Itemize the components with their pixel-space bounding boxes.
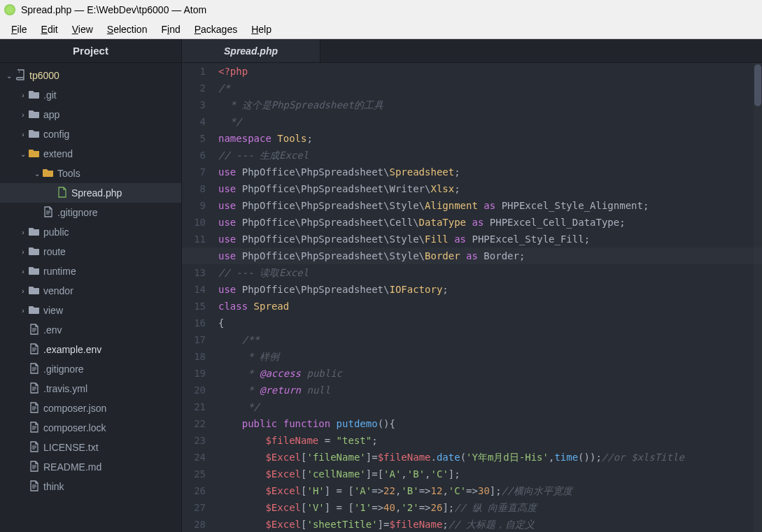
tree-item[interactable]: README.md: [0, 457, 181, 477]
line-number: 16: [182, 315, 206, 331]
line-number: 3: [182, 96, 206, 113]
code-line[interactable]: use PhpOffice\PhpSpreadsheet\Spreadsheet…: [218, 164, 762, 180]
tree-root[interactable]: ⌄tp6000: [0, 66, 181, 85]
code-line[interactable]: public function putdemo(){: [218, 415, 762, 432]
chevron-right-icon: ›: [18, 248, 28, 256]
code-line[interactable]: /**: [218, 331, 762, 348]
tree-item[interactable]: Spread.php: [0, 183, 181, 203]
tree-item[interactable]: ›runtime: [0, 261, 181, 281]
file-code-icon: [56, 187, 69, 200]
line-number: 1: [182, 63, 206, 80]
code-line[interactable]: use PhpOffice\PhpSpreadsheet\IOFactory;: [218, 281, 762, 298]
tree-item-label: view: [43, 305, 63, 316]
code-line[interactable]: class Spread: [218, 298, 762, 315]
tree-item[interactable]: ›config: [0, 124, 181, 144]
line-number: 5: [182, 130, 206, 147]
line-number: 17: [182, 331, 206, 348]
tree-item-label: app: [43, 109, 59, 120]
line-number: 28: [182, 516, 206, 532]
tree-item-label: .git: [43, 89, 57, 101]
code-line[interactable]: <?php: [218, 63, 762, 80]
tree-item[interactable]: composer.json: [0, 398, 181, 418]
tree-item[interactable]: think: [0, 477, 181, 496]
tree-item-label: vendor: [43, 285, 73, 296]
folder-icon: [28, 266, 41, 278]
tree-item[interactable]: ›app: [0, 105, 181, 124]
code-line[interactable]: use PhpOffice\PhpSpreadsheet\Style\Borde…: [218, 247, 762, 264]
code-line[interactable]: namespace Tools;: [218, 130, 762, 147]
tree-item[interactable]: ›view: [0, 301, 181, 320]
file-icon: [28, 363, 41, 376]
code-line[interactable]: // --- 生成Excel: [218, 147, 762, 164]
tree-item[interactable]: ›route: [0, 242, 181, 261]
menu-file[interactable]: File: [4, 22, 34, 36]
code-line[interactable]: * 样例: [218, 348, 762, 365]
menu-edit[interactable]: Edit: [34, 22, 65, 36]
tree-item[interactable]: ›.git: [0, 85, 181, 105]
tree-item[interactable]: .example.env: [0, 340, 181, 359]
file-icon: [28, 441, 41, 454]
menu-help[interactable]: Help: [244, 22, 278, 36]
code-line[interactable]: use PhpOffice\PhpSpreadsheet\Style\Fill …: [218, 231, 762, 247]
code-line[interactable]: $Excel['V'] = ['1'=>40,'2'=>26];// 纵 向垂直…: [218, 499, 762, 516]
code-line[interactable]: // --- 读取Excel: [218, 264, 762, 281]
code-line[interactable]: * 这个是PhpSpreadsheet的工具: [218, 96, 762, 113]
tree-item[interactable]: composer.lock: [0, 418, 181, 438]
tree-item[interactable]: .travis.yml: [0, 379, 181, 398]
line-number: 7: [182, 164, 206, 180]
code-line[interactable]: $Excel['fileName']=$fileName.date('Y年m月d…: [218, 449, 762, 466]
project-tree[interactable]: ⌄tp6000›.git›app›config⌄extend⌄ToolsSpre…: [0, 63, 181, 532]
menu-find[interactable]: Find: [154, 22, 187, 36]
chevron-right-icon: ›: [18, 229, 28, 236]
code-line[interactable]: use PhpOffice\PhpSpreadsheet\Style\Align…: [218, 197, 762, 214]
code-line[interactable]: */: [218, 113, 762, 130]
code-line[interactable]: /*: [218, 80, 762, 96]
code-line[interactable]: $fileName = "test";: [218, 432, 762, 449]
code-area[interactable]: 1234567891011121314151617181920212223242…: [182, 63, 762, 532]
file-icon: [28, 382, 41, 396]
code-line[interactable]: $Excel['cellName']=['A','B','C'];: [218, 466, 762, 482]
folder-icon: [28, 109, 41, 121]
code-content[interactable]: <?php/* * 这个是PhpSpreadsheet的工具 */namespa…: [213, 63, 762, 532]
code-line[interactable]: $Excel['H'] = ['A'=>22,'B'=>12,'C'=>30];…: [218, 482, 762, 499]
tree-item-label: public: [43, 227, 69, 238]
chevron-down-icon: ⌄: [18, 150, 28, 158]
tree-item[interactable]: ⌄extend: [0, 144, 181, 164]
tab-spread-php[interactable]: Spread.php: [182, 39, 320, 62]
code-line[interactable]: $Excel['sheetTitle']=$fileName;// 大标题，自定…: [218, 516, 762, 532]
tree-item[interactable]: ›public: [0, 222, 181, 242]
tree-item-label: runtime: [43, 266, 76, 277]
code-line[interactable]: {: [218, 315, 762, 331]
tree-item-label: .travis.yml: [43, 383, 87, 394]
line-number: 25: [182, 466, 206, 482]
tree-item[interactable]: .env: [0, 320, 181, 340]
code-line[interactable]: */: [218, 398, 762, 415]
editor-tabs: Spread.php: [182, 39, 762, 63]
titlebar[interactable]: Spread.php — E:\WebDev\tp6000 — Atom: [0, 0, 762, 20]
line-number: 9: [182, 197, 206, 214]
code-line[interactable]: * @return null: [218, 382, 762, 398]
tree-item-label: .example.env: [43, 344, 101, 355]
tree-item-label: Tools: [57, 168, 80, 179]
tree-item[interactable]: ⌄Tools: [0, 164, 181, 183]
code-line[interactable]: use PhpOffice\PhpSpreadsheet\Cell\DataTy…: [218, 214, 762, 231]
tree-item[interactable]: LICENSE.txt: [0, 438, 181, 457]
code-line[interactable]: * @access public: [218, 365, 762, 382]
line-number: 10: [182, 214, 206, 231]
file-icon: [28, 461, 41, 474]
window-title: Spread.php — E:\WebDev\tp6000 — Atom: [21, 4, 206, 15]
menu-view[interactable]: View: [65, 22, 100, 36]
folder-open-icon: [42, 168, 55, 180]
tree-item[interactable]: .gitignore: [0, 359, 181, 379]
menu-packages[interactable]: Packages: [188, 22, 245, 36]
project-sidebar: Project ⌄tp6000›.git›app›config⌄extend⌄T…: [0, 39, 182, 532]
tree-item[interactable]: .gitignore: [0, 203, 181, 222]
code-line[interactable]: use PhpOffice\PhpSpreadsheet\Writer\Xlsx…: [218, 180, 762, 197]
tree-item-label: .gitignore: [43, 364, 84, 375]
tree-item[interactable]: ›vendor: [0, 281, 181, 301]
menu-selection[interactable]: Selection: [100, 22, 155, 36]
tree-item-label: composer.lock: [43, 422, 106, 433]
folder-icon: [28, 129, 41, 141]
gutter: 1234567891011121314151617181920212223242…: [182, 63, 213, 532]
line-number: 4: [182, 113, 206, 130]
